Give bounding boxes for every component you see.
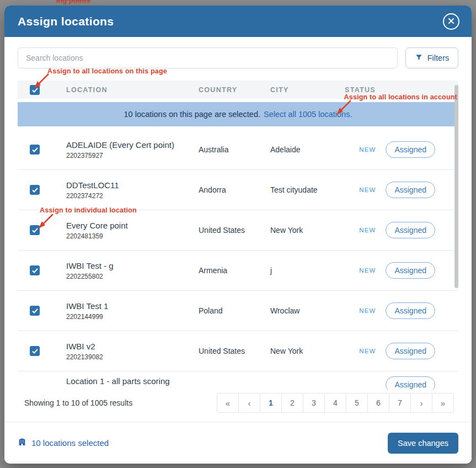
table-row: ADELAIDE (Every Cert point)2202375927 Au…: [18, 130, 458, 170]
new-status-label: NEW: [359, 187, 376, 193]
assigned-badge[interactable]: Assigned: [386, 302, 435, 319]
city-cell: j: [270, 266, 345, 275]
page-button-6[interactable]: 6: [367, 393, 389, 413]
annotation-arrow-icon: [32, 73, 52, 89]
page-button-4[interactable]: 4: [324, 393, 346, 413]
row-checkbox[interactable]: [30, 145, 40, 155]
annotation-assign-all-account: Assign to all locations in account: [344, 93, 457, 101]
pagination: « ‹ 1 2 3 4 5 6 7 › »: [217, 393, 454, 413]
table-row: Location 1 - all parts scoring Assigned: [18, 371, 458, 390]
table-row: Every Core point2202481359 United States…: [18, 210, 458, 251]
page-button-2[interactable]: 2: [281, 393, 303, 413]
city-cell: New York: [270, 347, 345, 355]
new-status-label: NEW: [359, 348, 376, 354]
modal-header: Assign locations: [4, 6, 472, 37]
country-cell: United States: [199, 347, 270, 355]
location-id: 2202144999: [66, 313, 199, 321]
selected-info: 10 locations selected: [18, 438, 109, 448]
selected-count-label: 10 locations selected: [31, 438, 109, 448]
last-page-button[interactable]: »: [432, 393, 454, 413]
check-icon: [32, 306, 38, 316]
filter-funnel-icon: [415, 54, 423, 63]
annotation-arrow-icon: [334, 99, 354, 116]
close-icon: [448, 17, 454, 26]
search-input[interactable]: [18, 47, 398, 68]
modal-footer: 10 locations selected Save changes: [4, 422, 472, 464]
save-changes-button[interactable]: Save changes: [388, 433, 458, 454]
assigned-badge[interactable]: Assigned: [386, 182, 435, 198]
next-page-button[interactable]: ›: [410, 393, 432, 413]
results-bar: Showing 1 to 10 of 1005 results « ‹ 1 2 …: [18, 393, 458, 413]
row-checkbox[interactable]: [30, 265, 40, 275]
city-cell: Test cityudate: [270, 185, 345, 194]
column-header-status: STATUS: [345, 86, 458, 94]
new-status-label: NEW: [359, 307, 376, 314]
location-name: Every Core point: [66, 221, 199, 230]
annotation-arrow-icon: [36, 213, 56, 230]
background-text-fragment: ing points: [56, 0, 90, 4]
assign-locations-modal: Assign locations Filters: [4, 6, 472, 464]
modal-title: Assign locations: [18, 15, 114, 28]
filters-button[interactable]: Filters: [405, 47, 458, 68]
close-button[interactable]: [443, 13, 459, 30]
annotation-assign-all-page: Assign to all locations on this page: [47, 67, 167, 75]
assigned-badge[interactable]: Assigned: [386, 343, 435, 359]
toolbar: Filters: [18, 47, 458, 68]
table-row: DDTestLOC112202374272 Andorra Test cityu…: [18, 170, 458, 210]
page-button-5[interactable]: 5: [346, 393, 368, 413]
country-cell: Andorra: [199, 185, 270, 194]
location-id: 2202139082: [66, 353, 199, 361]
location-id: 2202255802: [66, 273, 199, 280]
location-name: ADELAIDE (Every Cert point): [66, 140, 199, 150]
assigned-badge[interactable]: Assigned: [386, 141, 435, 158]
country-cell: Poland: [199, 306, 270, 315]
row-checkbox[interactable]: [30, 185, 40, 195]
location-id: 2202374272: [66, 192, 199, 200]
city-cell: Adelaide: [270, 145, 345, 154]
row-checkbox[interactable]: [30, 306, 40, 316]
table-row: IWBI Test - g2202255802 Armenia j NEWAss…: [18, 251, 458, 291]
selection-banner-text: 10 locations on this page are selected.: [124, 110, 260, 119]
page-button-1[interactable]: 1: [260, 393, 282, 413]
city-cell: Wroclaw: [270, 306, 345, 315]
prev-page-button[interactable]: ‹: [238, 393, 260, 413]
assigned-badge[interactable]: Assigned: [386, 222, 435, 238]
location-id: 2202375927: [66, 152, 199, 159]
page-button-7[interactable]: 7: [389, 393, 411, 413]
column-header-location: LOCATION: [66, 86, 199, 94]
check-icon: [32, 265, 38, 275]
new-status-label: NEW: [359, 146, 376, 153]
country-cell: Armenia: [199, 266, 270, 275]
location-name: IWBI v2: [66, 342, 199, 351]
location-name: IWBI Test - g: [66, 261, 199, 270]
assigned-badge[interactable]: Assigned: [386, 376, 435, 390]
location-name: IWBI Test 1: [66, 301, 199, 311]
country-cell: Australia: [199, 145, 270, 154]
table-row: IWBI Test 12202144999 Poland Wroclaw NEW…: [18, 291, 458, 331]
locations-icon: [18, 438, 26, 448]
country-cell: United States: [199, 226, 270, 235]
location-name: DDTestLOC11: [66, 180, 199, 190]
filters-label: Filters: [427, 54, 449, 62]
column-header-country: COUNTRY: [199, 86, 270, 94]
check-icon: [32, 145, 38, 155]
city-cell: New York: [270, 226, 345, 235]
locations-table: LOCATION COUNTRY CITY STATUS 10 location…: [18, 81, 458, 390]
selection-banner: 10 locations on this page are selected. …: [18, 102, 458, 126]
new-status-label: NEW: [359, 227, 376, 233]
row-checkbox[interactable]: [30, 346, 40, 356]
location-name: Location 1 - all parts scoring: [66, 376, 199, 386]
table-row: IWBI v22202139082 United States New York…: [18, 331, 458, 371]
results-summary: Showing 1 to 10 of 1005 results: [24, 398, 132, 407]
assigned-badge[interactable]: Assigned: [386, 262, 435, 279]
new-status-label: NEW: [359, 267, 376, 274]
check-icon: [32, 185, 38, 195]
check-icon: [32, 346, 38, 356]
table-scrollbar[interactable]: [454, 85, 458, 288]
column-header-city: CITY: [270, 86, 345, 94]
first-page-button[interactable]: «: [217, 393, 239, 413]
page-button-3[interactable]: 3: [303, 393, 325, 413]
location-id: 2202481359: [66, 232, 199, 240]
